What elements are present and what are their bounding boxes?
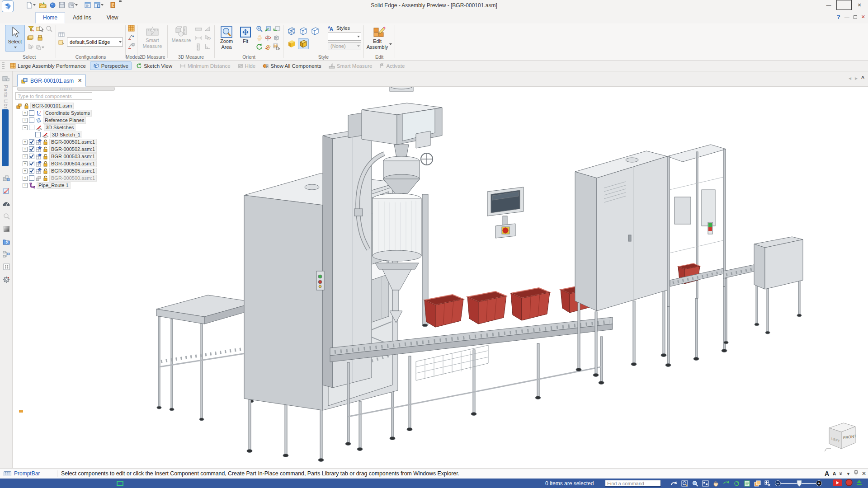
select-options-icon[interactable] <box>36 45 44 50</box>
tree-checkbox[interactable] <box>29 125 34 130</box>
toolbar-button-perspective[interactable]: Perspective <box>90 61 132 70</box>
toolbar-button-sketch-view[interactable]: Sketch View <box>132 61 175 70</box>
tree-item-bgr-000504-asm-1[interactable]: +BGR-000504.asm:1 <box>15 160 117 167</box>
simplify-mode-icon[interactable] <box>128 34 135 42</box>
tree-checkbox[interactable] <box>29 161 34 166</box>
hmi-panel[interactable] <box>487 187 524 238</box>
pan-icon[interactable] <box>712 480 720 487</box>
tree-checkbox[interactable] <box>29 139 34 145</box>
tab-view[interactable]: View <box>99 12 126 23</box>
tree-expand-toggle[interactable]: + <box>23 111 28 116</box>
large-assembly-mode-icon[interactable] <box>128 25 135 33</box>
configuration-dropdown[interactable]: default,Solid Edge <box>67 38 123 47</box>
layers-gradient-icon[interactable] <box>3 225 10 233</box>
tree-checkbox[interactable] <box>29 175 34 181</box>
styles-button[interactable]: AA Styles <box>328 25 350 31</box>
font-decrease-button[interactable]: A <box>833 471 836 476</box>
expand-promptbar-icon[interactable]: ▼ <box>846 472 850 476</box>
tree-checkbox[interactable] <box>29 168 34 174</box>
model-mode-icon[interactable] <box>128 42 135 50</box>
window-copy-icon[interactable] <box>753 480 761 487</box>
toolbar-button-smart-measure[interactable]: Smart Measure <box>326 62 376 70</box>
help-icon[interactable]: ? <box>837 14 840 20</box>
measure-pick-icon[interactable]: ? <box>204 35 211 42</box>
component-search-input[interactable] <box>15 92 92 100</box>
zoom-icon[interactable] <box>691 480 699 487</box>
tree-checkbox[interactable] <box>29 110 34 116</box>
select-box-icon[interactable] <box>36 25 43 33</box>
tab-scroll-right-icon[interactable]: ▸ <box>855 75 858 81</box>
tree-checkbox[interactable] <box>35 132 41 137</box>
eject-button[interactable] <box>856 479 863 488</box>
tree-item-bgr-000502-asm-1[interactable]: +BGR-000502.asm:1 <box>15 145 117 153</box>
select-button[interactable]: Select <box>5 25 25 52</box>
named-views-icon[interactable] <box>264 26 272 33</box>
select-small-parts-icon[interactable] <box>37 34 43 42</box>
tree-expand-toggle[interactable]: + <box>23 154 28 159</box>
tree-item-bgr-000500-asm-1[interactable]: +BGR-000500.asm:1 <box>15 174 117 182</box>
tree-expand-toggle[interactable]: + <box>23 176 28 181</box>
outfeed-conveyor[interactable] <box>723 237 803 344</box>
tab-scroll-left-icon[interactable]: ◂ <box>849 75 851 81</box>
deselect-icon[interactable] <box>28 44 34 52</box>
machine-right-cabinet[interactable] <box>575 151 667 377</box>
tab-home[interactable]: Home <box>35 12 65 23</box>
tree-item-bgr-000101-asm[interactable]: BGR-000101.asm <box>15 102 117 109</box>
red-bin-2[interactable] <box>467 291 506 324</box>
measure-ruler-icon[interactable] <box>197 43 200 52</box>
zoom-area-button[interactable]: Zoom Area <box>217 25 236 51</box>
red-bins[interactable] <box>425 285 592 327</box>
hierarchy-icon[interactable] <box>3 250 10 258</box>
blocks-icon[interactable] <box>3 174 10 182</box>
toolbar-button-large-assembly-performance[interactable]: Large Assembly Performance <box>7 61 89 70</box>
common-views-icon[interactable] <box>701 480 709 487</box>
zoom-slider-thumb[interactable] <box>797 480 802 487</box>
magnifier-icon[interactable] <box>3 212 10 220</box>
minimize-button[interactable]: — <box>821 0 836 10</box>
spin-icon[interactable] <box>264 34 271 42</box>
toolbar-drag-handle[interactable] <box>2 62 5 70</box>
close-button[interactable]: ✕ <box>852 0 867 10</box>
measure-square-icon[interactable] <box>205 44 211 51</box>
tree-item-bgr-000501-asm-1[interactable]: +BGR-000501.asm:1 <box>15 138 117 145</box>
measure-minimum-icon[interactable] <box>195 35 202 42</box>
tree-item-3d-sketches[interactable]: −3D Sketches <box>15 124 117 131</box>
sketch-pencil-icon[interactable] <box>3 187 10 195</box>
shaded-with-edges-style-button[interactable] <box>298 38 309 49</box>
select-visible-icon[interactable] <box>27 35 35 42</box>
view-orientation-cube[interactable]: LEFT FRONT <box>823 419 861 455</box>
tree-item-coordinate-systems[interactable]: +xCoordinate Systems <box>15 109 117 117</box>
find-command-input[interactable] <box>605 480 661 487</box>
tree-expand-toggle[interactable]: + <box>23 183 28 188</box>
sheet-views-icon[interactable] <box>743 480 751 487</box>
refresh-view-icon[interactable] <box>256 43 263 52</box>
zoom-in-button[interactable]: + <box>816 480 822 486</box>
measure-angle-icon[interactable] <box>204 26 211 33</box>
sketch-view-icon[interactable] <box>264 44 271 52</box>
machine-right-frame[interactable] <box>665 145 727 367</box>
collapse-promptbar-icon[interactable]: » <box>838 472 844 475</box>
gauge-icon[interactable] <box>3 200 10 207</box>
config-display-icon[interactable] <box>58 32 65 39</box>
close-promptbar-button[interactable]: ✕ <box>862 470 866 477</box>
jump-arrow-icon[interactable] <box>670 480 678 487</box>
camera-view-icon[interactable] <box>273 35 280 42</box>
fit-button[interactable]: Fit <box>237 25 254 46</box>
zoom-icon[interactable] <box>256 25 263 33</box>
pan-icon[interactable] <box>256 34 263 42</box>
hidden-edges-style-button[interactable] <box>310 26 321 37</box>
previous-view-icon[interactable] <box>273 26 280 33</box>
tree-expand-toggle[interactable]: − <box>23 125 28 130</box>
wireframe-style-button[interactable] <box>286 26 297 37</box>
tree-expand-toggle[interactable]: + <box>23 140 28 145</box>
edit-assembly-button[interactable]: Edit Assembly <box>366 25 392 51</box>
toolbar-button-show-all-components[interactable]: Show All Components <box>259 62 325 70</box>
select-filter-icon[interactable] <box>28 25 34 33</box>
smart-measure-button[interactable]: Smart Measure <box>140 25 165 50</box>
parts-library-tab[interactable] <box>2 74 10 82</box>
tree-item-pipe-route-1[interactable]: +Pipe_Route 1 <box>15 182 117 189</box>
red-bin-3[interactable] <box>511 288 550 320</box>
rotate-icon[interactable] <box>732 480 741 487</box>
config-apply-icon[interactable] <box>58 40 65 47</box>
measure-button[interactable]: Measure <box>170 25 193 45</box>
